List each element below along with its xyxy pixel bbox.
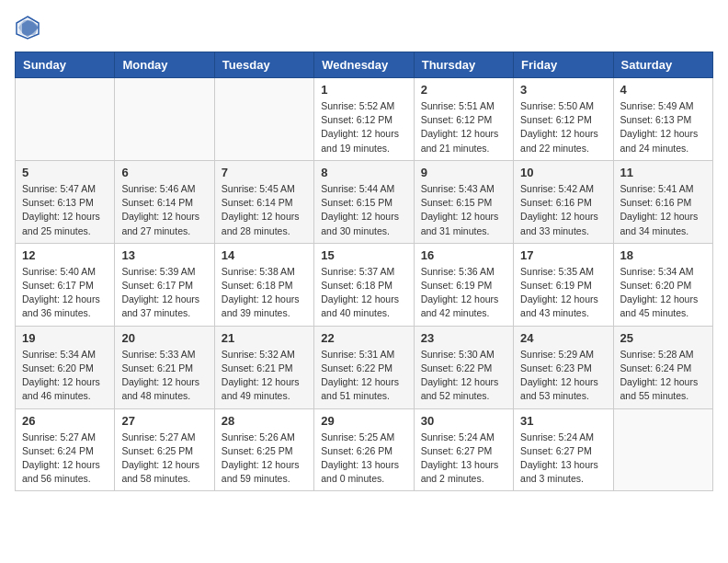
day-number: 23: [421, 331, 506, 345]
calendar-cell: [115, 78, 214, 161]
day-info: Sunrise: 5:39 AM Sunset: 6:17 PM Dayligh…: [121, 265, 207, 321]
day-info: Sunrise: 5:38 AM Sunset: 6:18 PM Dayligh…: [222, 265, 307, 321]
day-number: 18: [620, 248, 706, 262]
calendar-week-row: 19Sunrise: 5:34 AM Sunset: 6:20 PM Dayli…: [16, 326, 713, 408]
day-number: 26: [22, 414, 108, 428]
day-info: Sunrise: 5:42 AM Sunset: 6:16 PM Dayligh…: [520, 182, 606, 238]
logo-icon: [15, 15, 40, 40]
day-number: 30: [421, 414, 506, 428]
day-number: 3: [520, 83, 606, 97]
calendar-cell: 3Sunrise: 5:50 AM Sunset: 6:12 PM Daylig…: [514, 78, 613, 161]
day-info: Sunrise: 5:25 AM Sunset: 6:26 PM Dayligh…: [321, 431, 406, 487]
calendar-cell: 24Sunrise: 5:29 AM Sunset: 6:23 PM Dayli…: [514, 326, 613, 408]
calendar-cell: 29Sunrise: 5:25 AM Sunset: 6:26 PM Dayli…: [314, 408, 414, 491]
calendar-week-row: 1Sunrise: 5:52 AM Sunset: 6:12 PM Daylig…: [16, 78, 713, 161]
calendar-cell: 27Sunrise: 5:27 AM Sunset: 6:25 PM Dayli…: [115, 408, 214, 491]
calendar-week-row: 12Sunrise: 5:40 AM Sunset: 6:17 PM Dayli…: [16, 243, 713, 326]
day-header-saturday: Saturday: [613, 52, 712, 78]
day-number: 19: [22, 331, 108, 345]
calendar-cell: 7Sunrise: 5:45 AM Sunset: 6:14 PM Daylig…: [214, 160, 313, 243]
day-header-monday: Monday: [115, 52, 214, 78]
day-number: 31: [520, 414, 606, 428]
day-number: 4: [620, 83, 706, 97]
day-info: Sunrise: 5:32 AM Sunset: 6:21 PM Dayligh…: [222, 348, 307, 404]
day-info: Sunrise: 5:44 AM Sunset: 6:15 PM Dayligh…: [321, 182, 406, 238]
calendar-header-row: SundayMondayTuesdayWednesdayThursdayFrid…: [16, 52, 713, 78]
calendar-cell: 12Sunrise: 5:40 AM Sunset: 6:17 PM Dayli…: [16, 243, 115, 326]
calendar-week-row: 5Sunrise: 5:47 AM Sunset: 6:13 PM Daylig…: [16, 160, 713, 243]
calendar-cell: 8Sunrise: 5:44 AM Sunset: 6:15 PM Daylig…: [314, 160, 414, 243]
calendar-cell: 26Sunrise: 5:27 AM Sunset: 6:24 PM Dayli…: [16, 408, 115, 491]
day-info: Sunrise: 5:50 AM Sunset: 6:12 PM Dayligh…: [520, 99, 606, 155]
calendar-week-row: 26Sunrise: 5:27 AM Sunset: 6:24 PM Dayli…: [16, 408, 713, 491]
day-info: Sunrise: 5:34 AM Sunset: 6:20 PM Dayligh…: [620, 265, 706, 321]
day-number: 24: [520, 331, 606, 345]
calendar-cell: 15Sunrise: 5:37 AM Sunset: 6:18 PM Dayli…: [314, 243, 414, 326]
day-number: 10: [520, 166, 606, 179]
page-header: [15, 15, 713, 40]
calendar-cell: 16Sunrise: 5:36 AM Sunset: 6:19 PM Dayli…: [414, 243, 513, 326]
calendar-cell: 30Sunrise: 5:24 AM Sunset: 6:27 PM Dayli…: [414, 408, 513, 491]
day-header-friday: Friday: [514, 52, 613, 78]
day-info: Sunrise: 5:24 AM Sunset: 6:27 PM Dayligh…: [520, 431, 606, 487]
day-info: Sunrise: 5:52 AM Sunset: 6:12 PM Dayligh…: [321, 99, 406, 155]
day-number: 11: [620, 166, 706, 179]
calendar-cell: 13Sunrise: 5:39 AM Sunset: 6:17 PM Dayli…: [115, 243, 214, 326]
day-info: Sunrise: 5:26 AM Sunset: 6:25 PM Dayligh…: [222, 431, 307, 487]
day-info: Sunrise: 5:29 AM Sunset: 6:23 PM Dayligh…: [520, 348, 606, 404]
calendar-cell: 1Sunrise: 5:52 AM Sunset: 6:12 PM Daylig…: [314, 78, 414, 161]
svg-marker-3: [22, 20, 39, 37]
calendar-cell: 10Sunrise: 5:42 AM Sunset: 6:16 PM Dayli…: [514, 160, 613, 243]
day-number: 28: [222, 414, 307, 428]
day-info: Sunrise: 5:30 AM Sunset: 6:22 PM Dayligh…: [421, 348, 506, 404]
day-info: Sunrise: 5:51 AM Sunset: 6:12 PM Dayligh…: [421, 99, 506, 155]
day-number: 8: [321, 166, 406, 179]
day-info: Sunrise: 5:47 AM Sunset: 6:13 PM Dayligh…: [22, 182, 108, 238]
day-number: 25: [620, 331, 706, 345]
day-info: Sunrise: 5:33 AM Sunset: 6:21 PM Dayligh…: [121, 348, 207, 404]
calendar-cell: 4Sunrise: 5:49 AM Sunset: 6:13 PM Daylig…: [613, 78, 712, 161]
day-header-sunday: Sunday: [16, 52, 115, 78]
calendar-cell: 23Sunrise: 5:30 AM Sunset: 6:22 PM Dayli…: [414, 326, 513, 408]
day-info: Sunrise: 5:43 AM Sunset: 6:15 PM Dayligh…: [421, 182, 506, 238]
day-info: Sunrise: 5:34 AM Sunset: 6:20 PM Dayligh…: [22, 348, 108, 404]
calendar-cell: 5Sunrise: 5:47 AM Sunset: 6:13 PM Daylig…: [16, 160, 115, 243]
day-info: Sunrise: 5:31 AM Sunset: 6:22 PM Dayligh…: [321, 348, 406, 404]
calendar-cell: [613, 408, 712, 491]
day-number: 14: [222, 248, 307, 262]
day-header-wednesday: Wednesday: [314, 52, 414, 78]
calendar-cell: 18Sunrise: 5:34 AM Sunset: 6:20 PM Dayli…: [613, 243, 712, 326]
calendar-cell: 25Sunrise: 5:28 AM Sunset: 6:24 PM Dayli…: [613, 326, 712, 408]
day-info: Sunrise: 5:41 AM Sunset: 6:16 PM Dayligh…: [620, 182, 706, 238]
calendar-cell: [214, 78, 313, 161]
calendar-cell: 14Sunrise: 5:38 AM Sunset: 6:18 PM Dayli…: [214, 243, 313, 326]
day-number: 20: [121, 331, 207, 345]
day-number: 15: [321, 248, 406, 262]
calendar-cell: [16, 78, 115, 161]
calendar-cell: 11Sunrise: 5:41 AM Sunset: 6:16 PM Dayli…: [613, 160, 712, 243]
day-info: Sunrise: 5:46 AM Sunset: 6:14 PM Dayligh…: [121, 182, 207, 238]
day-info: Sunrise: 5:35 AM Sunset: 6:19 PM Dayligh…: [520, 265, 606, 321]
day-number: 16: [421, 248, 506, 262]
day-info: Sunrise: 5:36 AM Sunset: 6:19 PM Dayligh…: [421, 265, 506, 321]
day-number: 7: [222, 166, 307, 179]
day-number: 29: [321, 414, 406, 428]
day-number: 13: [121, 248, 207, 262]
calendar-table: SundayMondayTuesdayWednesdayThursdayFrid…: [15, 52, 713, 491]
day-number: 27: [121, 414, 207, 428]
day-number: 5: [22, 166, 108, 179]
calendar-cell: 19Sunrise: 5:34 AM Sunset: 6:20 PM Dayli…: [16, 326, 115, 408]
logo: [15, 15, 44, 40]
calendar-cell: 31Sunrise: 5:24 AM Sunset: 6:27 PM Dayli…: [514, 408, 613, 491]
day-info: Sunrise: 5:24 AM Sunset: 6:27 PM Dayligh…: [421, 431, 506, 487]
calendar-cell: 20Sunrise: 5:33 AM Sunset: 6:21 PM Dayli…: [115, 326, 214, 408]
day-info: Sunrise: 5:45 AM Sunset: 6:14 PM Dayligh…: [222, 182, 307, 238]
calendar-cell: 6Sunrise: 5:46 AM Sunset: 6:14 PM Daylig…: [115, 160, 214, 243]
day-header-thursday: Thursday: [414, 52, 513, 78]
day-number: 9: [421, 166, 506, 179]
day-number: 17: [520, 248, 606, 262]
day-info: Sunrise: 5:49 AM Sunset: 6:13 PM Dayligh…: [620, 99, 706, 155]
calendar-cell: 2Sunrise: 5:51 AM Sunset: 6:12 PM Daylig…: [414, 78, 513, 161]
day-info: Sunrise: 5:37 AM Sunset: 6:18 PM Dayligh…: [321, 265, 406, 321]
day-number: 2: [421, 83, 506, 97]
